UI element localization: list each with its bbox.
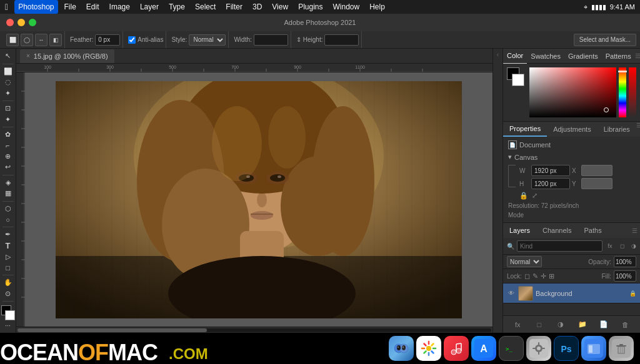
tool-gradient[interactable]: ▦ <box>1 189 15 199</box>
libraries-tab[interactable]: Libraries <box>598 122 636 137</box>
dock-appstore[interactable]: A <box>471 336 496 361</box>
canvas-width-input[interactable] <box>531 165 570 176</box>
menu-type[interactable]: Type <box>165 0 189 14</box>
toolbar-btn-rect[interactable]: ⬜ <box>6 34 19 46</box>
lock-transparent-icon[interactable]: ◻ <box>524 272 530 280</box>
background-color[interactable] <box>5 310 15 320</box>
tool-zoom[interactable]: ⊙ <box>1 289 15 299</box>
tool-type[interactable]: T <box>1 241 15 251</box>
delete-layer-button[interactable]: 🗑 <box>619 318 632 331</box>
add-group-button[interactable]: 📁 <box>576 318 589 331</box>
feather-input[interactable] <box>95 34 120 46</box>
tool-brush[interactable]: ⌐ <box>1 140 15 150</box>
canvas-x-input[interactable] <box>581 165 612 176</box>
tool-move[interactable]: ↖ <box>1 51 15 61</box>
tool-crop[interactable]: ⊡ <box>1 104 15 114</box>
tool-hand[interactable]: ✋ <box>1 278 15 288</box>
height-input[interactable] <box>324 34 359 46</box>
width-input[interactable] <box>254 34 288 46</box>
tool-dodge[interactable]: ○ <box>1 215 15 225</box>
tool-lasso[interactable]: ◌ <box>1 77 15 87</box>
menu-view[interactable]: View <box>268 0 292 14</box>
tool-pen[interactable]: ✒ <box>1 230 15 240</box>
dock-music[interactable] <box>444 336 469 361</box>
tool-marquee[interactable]: ⬜ <box>1 66 15 76</box>
lock-artboard-icon[interactable]: ⊞ <box>549 272 554 280</box>
color-spectrum[interactable] <box>529 67 616 117</box>
canvas-image[interactable] <box>56 81 462 318</box>
menu-file[interactable]: File <box>61 0 80 14</box>
blend-mode-select[interactable]: Normal Multiply Screen <box>507 256 542 267</box>
add-style-button[interactable]: fx <box>511 318 524 331</box>
menu-layer[interactable]: Layer <box>136 0 162 14</box>
add-mask-button[interactable]: □ <box>533 318 546 331</box>
tool-shape[interactable]: □ <box>1 263 15 273</box>
opacity-input[interactable] <box>614 256 636 267</box>
select-mask-button[interactable]: Select and Mask... <box>574 34 636 46</box>
filter-fx-icon[interactable]: fx <box>605 241 615 251</box>
menu-plugins[interactable]: Plugins <box>294 0 326 14</box>
table-row[interactable]: 👁 Background 🔒 <box>503 283 640 303</box>
dock-finder2[interactable] <box>581 336 606 361</box>
tool-more[interactable]: ··· <box>1 320 15 330</box>
tool-magic-wand[interactable]: ✦ <box>1 88 15 98</box>
hue-bar[interactable] <box>619 67 626 117</box>
swatches-tab[interactable]: Swatches <box>527 49 564 64</box>
toolbar-btn-ellipse[interactable]: ◯ <box>21 34 33 46</box>
lock-aspect-icon[interactable]: 🔒 <box>519 192 528 200</box>
style-select[interactable]: Normal <box>189 34 226 46</box>
color-panel-menu[interactable]: ☰ <box>635 52 640 59</box>
lock-position-icon[interactable]: ✛ <box>541 272 546 280</box>
tool-clone[interactable]: ⊕ <box>1 152 15 162</box>
paths-tab[interactable]: Paths <box>578 223 608 238</box>
layers-kind-select[interactable] <box>517 240 602 252</box>
menu-window[interactable]: Window <box>329 0 363 14</box>
menu-help[interactable]: Help <box>366 0 389 14</box>
tool-eraser[interactable]: ◈ <box>1 177 15 187</box>
properties-tab[interactable]: Properties <box>503 122 547 137</box>
lock-pixel-icon[interactable]: ✎ <box>532 272 538 280</box>
narrow-expand-icon[interactable]: ‹ <box>497 51 499 58</box>
dock-sysprefs[interactable] <box>526 336 551 361</box>
opacity-bar[interactable] <box>629 67 636 117</box>
tool-history-brush[interactable]: ↩ <box>1 162 15 172</box>
tool-eyedropper[interactable]: ✦ <box>1 114 15 124</box>
filter-adj-icon[interactable]: ◑ <box>629 241 639 251</box>
canvas-height-input[interactable] <box>531 178 570 189</box>
menu-image[interactable]: Image <box>106 0 134 14</box>
minimize-button[interactable] <box>18 19 25 26</box>
tool-blur[interactable]: ⬡ <box>1 204 15 214</box>
layer-visibility-icon[interactable]: 👁 <box>507 289 516 298</box>
patterns-tab[interactable]: Patterns <box>602 49 635 64</box>
apple-menu[interactable]:  <box>5 2 8 12</box>
tab-close-icon[interactable]: × <box>26 52 30 59</box>
menu-edit[interactable]: Edit <box>82 0 103 14</box>
toolbar-btn-lasso[interactable]: ↔ <box>35 34 48 46</box>
dock-photoshop[interactable]: Ps <box>554 336 579 361</box>
tool-spot-heal[interactable]: ✿ <box>1 129 15 139</box>
canvas-hscroll[interactable] <box>16 327 492 333</box>
adjustments-tab[interactable]: Adjustments <box>547 122 598 137</box>
canvas-viewport[interactable] <box>16 72 492 327</box>
add-adjustment-button[interactable]: ◑ <box>554 318 567 331</box>
menu-filter[interactable]: Filter <box>222 0 246 14</box>
layers-menu-icon[interactable]: ☰ <box>632 227 640 234</box>
color-tab[interactable]: Color <box>503 49 527 64</box>
maximize-button[interactable] <box>29 19 36 26</box>
canvas-y-input[interactable] <box>581 178 612 189</box>
channels-tab[interactable]: Channels <box>536 223 578 238</box>
bg-swatch[interactable] <box>512 74 524 86</box>
toolbar-btn-subtract[interactable]: ◧ <box>49 34 62 46</box>
gradients-tab[interactable]: Gradients <box>564 49 602 64</box>
add-layer-button[interactable]: 📄 <box>598 318 610 331</box>
anti-alias-checkbox[interactable] <box>128 36 136 44</box>
dock-photos[interactable] <box>416 336 441 361</box>
filter-pixel-icon[interactable]: ◻ <box>617 241 627 251</box>
expand-canvas-icon[interactable]: ⤢ <box>532 192 538 200</box>
layers-tab[interactable]: Layers <box>503 223 536 238</box>
close-button[interactable] <box>6 19 14 26</box>
props-menu-icon[interactable]: ☰ <box>636 122 640 137</box>
app-name-menu[interactable]: Photoshop <box>14 0 58 14</box>
tool-path-select[interactable]: ▷ <box>1 252 15 262</box>
dock-trash[interactable] <box>609 336 634 361</box>
